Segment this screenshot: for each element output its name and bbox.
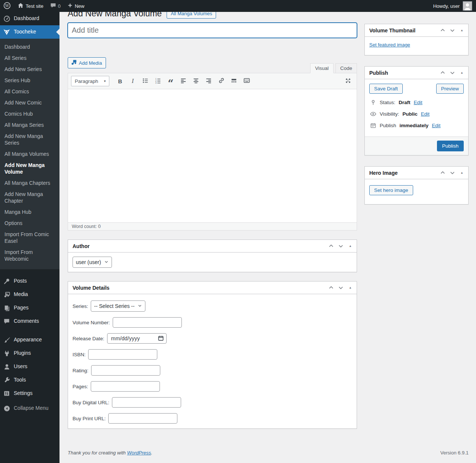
sidebar-item-media[interactable]: Media — [0, 288, 60, 301]
submenu-item-add-new-manga-volume[interactable]: Add New Manga Volume — [0, 160, 60, 177]
hero-image-box: Hero Image ▲ Set hero image — [364, 166, 469, 205]
volume-details-box: Volume Details ▲ Series: -- Select Serie… — [68, 281, 357, 429]
submenu-item-series-hub[interactable]: Series Hub — [0, 75, 60, 86]
sidebar-item-tools[interactable]: Tools — [0, 373, 60, 387]
editor-content-area[interactable] — [68, 89, 357, 222]
submenu-item-options[interactable]: Options — [0, 218, 60, 229]
sidebar-item-posts[interactable]: Posts — [0, 274, 60, 288]
release-date-input[interactable] — [107, 333, 167, 344]
align-center-button[interactable] — [190, 76, 202, 86]
move-down-button[interactable] — [447, 26, 457, 35]
status-label: Status: — [380, 100, 395, 105]
post-title-input[interactable] — [68, 23, 357, 38]
collapse-arrow-icon — [3, 405, 10, 412]
move-up-button[interactable] — [326, 241, 336, 251]
sidebar-item-dashboard[interactable]: Dashboard — [0, 12, 60, 25]
submenu-item-add-new-manga-series[interactable]: Add New Manga Series — [0, 131, 60, 148]
series-select[interactable]: -- Select Series -- — [91, 300, 145, 312]
author-select[interactable]: user (user) — [73, 257, 112, 268]
move-up-button[interactable] — [438, 68, 447, 78]
sidebar-item-users[interactable]: Users — [0, 360, 60, 373]
submenu-item-all-manga-series[interactable]: All Manga Series — [0, 119, 60, 131]
buy-digital-url-input[interactable] — [112, 397, 181, 408]
sidebar-item-comments[interactable]: Comments — [0, 315, 60, 328]
sidebar-item-toocheke[interactable]: Toocheke — [0, 25, 60, 39]
tab-code[interactable]: Code — [335, 63, 357, 73]
current-menu-arrow — [56, 29, 60, 35]
sidebar-item-label: Comments — [14, 318, 39, 325]
align-right-icon — [205, 77, 212, 85]
buy-print-url-input[interactable] — [108, 413, 177, 424]
edit-visibility-link[interactable]: Edit — [421, 111, 430, 117]
toggle-panel-button[interactable]: ▲ — [457, 26, 467, 35]
edit-publish-date-link[interactable]: Edit — [432, 123, 440, 128]
move-up-button[interactable] — [326, 283, 336, 293]
numbered-list-button[interactable]: 123 — [152, 76, 164, 86]
toolbar-toggle-button[interactable] — [241, 76, 252, 86]
fullscreen-button[interactable] — [342, 76, 354, 86]
comments-count: 0 — [58, 3, 61, 9]
toggle-panel-button[interactable]: ▲ — [457, 168, 467, 178]
volume-number-input[interactable] — [113, 317, 182, 328]
sidebar-item-label: Settings — [14, 390, 33, 397]
admin-bar: W Test site 0 New Howdy, user — [0, 0, 476, 12]
move-down-button[interactable] — [447, 168, 457, 178]
submenu-item-all-manga-volumes[interactable]: All Manga Volumes — [0, 148, 60, 160]
comments-menu[interactable]: 0 — [47, 0, 64, 12]
preview-button[interactable]: Preview — [436, 84, 464, 94]
add-media-button[interactable]: Add Media — [68, 57, 106, 68]
submenu-item-dashboard[interactable]: Dashboard — [0, 41, 60, 52]
series-select-value: -- Select Series -- — [94, 303, 135, 309]
pages-input[interactable] — [91, 381, 160, 392]
sidebar-item-pages[interactable]: Pages — [0, 301, 60, 315]
move-up-button[interactable] — [438, 26, 447, 35]
wordpress-logo-menu[interactable]: W — [0, 0, 14, 12]
submenu-item-all-comics[interactable]: All Comics — [0, 86, 60, 97]
sidebar-item-appearance[interactable]: Appearance — [0, 333, 60, 347]
move-down-button[interactable] — [336, 283, 345, 293]
isbn-input[interactable] — [88, 349, 157, 360]
wordpress-link[interactable]: WordPress — [127, 450, 151, 456]
save-draft-button[interactable]: Save Draft — [369, 84, 403, 94]
align-left-button[interactable] — [178, 76, 189, 86]
sidebar-item-plugins[interactable]: Plugins — [0, 347, 60, 360]
set-hero-image-button[interactable]: Set hero image — [369, 185, 413, 195]
paragraph-format-select[interactable]: Paragraph ▼ — [71, 76, 109, 86]
move-down-button[interactable] — [447, 68, 457, 78]
insert-link-button[interactable] — [216, 76, 227, 86]
submenu-item-import-from-webcomic[interactable]: Import From Webcomic — [0, 247, 60, 264]
set-featured-image-link[interactable]: Set featured image — [369, 42, 410, 48]
submenu-item-all-manga-chapters[interactable]: All Manga Chapters — [0, 177, 60, 189]
submenu-item-all-series[interactable]: All Series — [0, 52, 60, 64]
submenu-item-import-from-comic-easel[interactable]: Import From Comic Easel — [0, 229, 60, 247]
wordpress-logo-icon: W — [3, 2, 11, 10]
submenu-item-add-new-series[interactable]: Add New Series — [0, 64, 60, 75]
sidebar-item-label: Tools — [14, 376, 26, 383]
new-content-menu[interactable]: New — [64, 0, 88, 12]
visit-site-link[interactable]: Test site — [14, 0, 47, 12]
edit-status-link[interactable]: Edit — [414, 100, 422, 105]
publish-button[interactable]: Publish — [437, 141, 464, 151]
move-down-button[interactable] — [336, 241, 345, 251]
tab-visual[interactable]: Visual — [310, 63, 334, 73]
align-right-button[interactable] — [203, 76, 214, 86]
submenu-item-manga-hub[interactable]: Manga Hub — [0, 206, 60, 218]
toggle-panel-button[interactable]: ▲ — [345, 241, 355, 251]
submenu-item-add-new-comic[interactable]: Add New Comic — [0, 97, 60, 108]
read-more-button[interactable] — [228, 76, 239, 86]
publish-box-title: Publish — [369, 70, 388, 75]
toggle-panel-button[interactable]: ▲ — [457, 68, 467, 78]
sidebar-item-settings[interactable]: Settings — [0, 387, 60, 400]
user-avatar[interactable] — [463, 1, 472, 11]
rating-input[interactable] — [91, 365, 160, 376]
italic-button[interactable]: I — [127, 76, 138, 86]
bullet-list-button[interactable] — [140, 76, 151, 86]
toggle-panel-button[interactable]: ▲ — [345, 283, 355, 293]
howdy-user-menu[interactable]: Howdy, user — [433, 3, 460, 9]
submenu-item-add-new-manga-chapter[interactable]: Add New Manga Chapter — [0, 189, 60, 206]
bold-button[interactable]: B — [115, 76, 126, 86]
blockquote-button[interactable]: “ — [165, 76, 176, 86]
collapse-menu-button[interactable]: Collapse Menu — [0, 402, 60, 415]
submenu-item-comics-hub[interactable]: Comics Hub — [0, 108, 60, 119]
move-up-button[interactable] — [438, 168, 447, 178]
